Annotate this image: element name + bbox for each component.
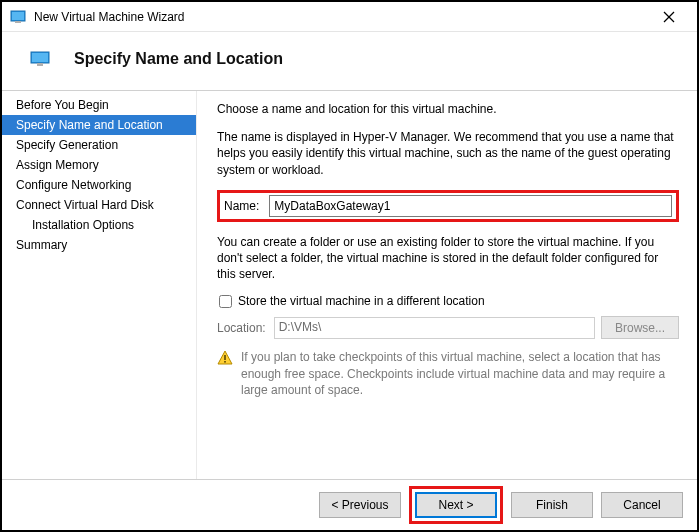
next-button[interactable]: Next > xyxy=(415,492,497,518)
svg-rect-1 xyxy=(12,12,24,20)
close-icon xyxy=(663,11,675,23)
desc-text: The name is displayed in Hyper-V Manager… xyxy=(217,129,679,178)
sidebar-step-item[interactable]: Assign Memory xyxy=(2,155,196,175)
warning-icon xyxy=(217,350,233,366)
wizard-window: New Virtual Machine Wizard Specify Name … xyxy=(0,0,699,532)
svg-rect-9 xyxy=(224,355,226,360)
sidebar-step-item[interactable]: Specify Generation xyxy=(2,135,196,155)
folder-desc-text: You can create a folder or use an existi… xyxy=(217,234,679,283)
svg-rect-6 xyxy=(32,53,48,62)
sidebar-step-item[interactable]: Connect Virtual Hard Disk xyxy=(2,195,196,215)
close-button[interactable] xyxy=(649,3,689,31)
monitor-icon xyxy=(30,51,50,67)
titlebar: New Virtual Machine Wizard xyxy=(2,2,697,32)
store-checkbox-row: Store the virtual machine in a different… xyxy=(217,294,679,308)
store-checkbox-label: Store the virtual machine in a different… xyxy=(238,294,485,308)
location-label: Location: xyxy=(217,321,266,335)
cancel-button[interactable]: Cancel xyxy=(601,492,683,518)
browse-button: Browse... xyxy=(601,316,679,339)
store-different-checkbox[interactable] xyxy=(219,295,232,308)
wizard-footer: < Previous Next > Finish Cancel xyxy=(2,480,697,530)
warning-text: If you plan to take checkpoints of this … xyxy=(241,349,679,398)
intro-text: Choose a name and location for this virt… xyxy=(217,101,679,117)
sidebar-step-item[interactable]: Before You Begin xyxy=(2,95,196,115)
name-label: Name: xyxy=(222,199,259,213)
wizard-app-icon xyxy=(10,9,26,25)
wizard-header: Specify Name and Location xyxy=(2,32,697,90)
svg-rect-7 xyxy=(37,63,43,66)
window-title: New Virtual Machine Wizard xyxy=(34,10,649,24)
sidebar-step-item[interactable]: Specify Name and Location xyxy=(2,115,196,135)
previous-button[interactable]: < Previous xyxy=(319,492,401,518)
warning-row: If you plan to take checkpoints of this … xyxy=(217,349,679,398)
location-row: Location: D:\VMs\ Browse... xyxy=(217,316,679,339)
sidebar-step-item[interactable]: Installation Options xyxy=(2,215,196,235)
wizard-content: Choose a name and location for this virt… xyxy=(197,91,697,479)
sidebar-step-item[interactable]: Configure Networking xyxy=(2,175,196,195)
svg-rect-2 xyxy=(15,21,21,23)
sidebar-step-item[interactable]: Summary xyxy=(2,235,196,255)
location-field: D:\VMs\ xyxy=(274,317,595,339)
next-button-highlight: Next > xyxy=(409,486,503,524)
name-input[interactable] xyxy=(269,195,672,217)
svg-rect-10 xyxy=(224,361,226,363)
wizard-steps-sidebar: Before You BeginSpecify Name and Locatio… xyxy=(2,91,197,479)
wizard-body: Before You BeginSpecify Name and Locatio… xyxy=(2,90,697,480)
name-row-highlight: Name: xyxy=(217,190,679,222)
finish-button[interactable]: Finish xyxy=(511,492,593,518)
page-title: Specify Name and Location xyxy=(74,50,283,68)
